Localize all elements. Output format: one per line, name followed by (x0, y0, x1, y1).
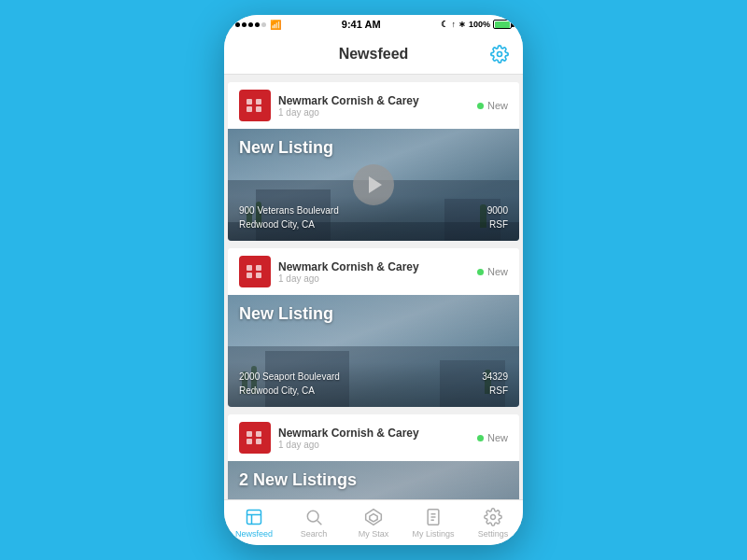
battery-percent: 100% (469, 20, 490, 29)
new-badge-1: New (477, 100, 508, 111)
card-2-overlay: New Listing 2000 Seaport Boulevard Redwo… (228, 295, 519, 407)
tab-settings-label: Settings (478, 529, 509, 539)
tab-newsfeed-label: Newsfeed (235, 529, 273, 539)
svg-point-4 (307, 511, 318, 522)
svg-marker-7 (370, 514, 377, 522)
new-dot-1 (477, 103, 484, 109)
card-3-header: Newmark Cornish & Carey 1 day ago New (228, 414, 519, 461)
company-logo-3 (239, 422, 271, 454)
tab-bar: Newsfeed Search My Stax (224, 499, 523, 545)
listing-title-3: 2 New Listings (239, 470, 508, 490)
company-logo-2 (239, 256, 271, 287)
feed-card-1[interactable]: Newmark Cornish & Carey 1 day ago New (228, 82, 519, 241)
tab-settings[interactable]: Settings (463, 500, 523, 545)
time-ago-2: 1 day ago (278, 273, 419, 284)
feed-card-2[interactable]: Newmark Cornish & Carey 1 day ago New Ne… (228, 248, 519, 407)
time-ago-1: 1 day ago (278, 107, 419, 118)
company-name-3: Newmark Cornish & Carey (278, 427, 419, 440)
listing-address-2: 2000 Seaport Boulevard Redwood City, CA (239, 370, 340, 398)
tab-search[interactable]: Search (284, 500, 344, 545)
tab-my-listings[interactable]: My Listings (403, 500, 463, 545)
battery-icon (493, 20, 512, 29)
signal-dots (235, 22, 266, 27)
feed-content: Newmark Cornish & Carey 1 day ago New (224, 75, 523, 499)
my-stax-icon (363, 507, 384, 527)
company-name-2: Newmark Cornish & Carey (278, 260, 419, 273)
time-ago-3: 1 day ago (278, 440, 419, 450)
card-3-overlay: 2 New Listings 1001 Marshall Street Redw… (228, 461, 519, 499)
status-right: ☾ ↑ ∗ 100% (441, 20, 512, 29)
card-3-image[interactable]: 2 New Listings 1001 Marshall Street Redw… (228, 461, 519, 499)
wifi-icon: 📶 (270, 20, 281, 30)
page-title: Newsfeed (339, 46, 409, 63)
newsfeed-icon (244, 507, 264, 527)
new-dot-2 (477, 269, 484, 275)
svg-point-0 (498, 51, 502, 56)
feed-card-3[interactable]: Newmark Cornish & Carey 1 day ago New 2 … (228, 414, 519, 499)
listing-address-1: 900 Veterans Boulevard Redwood City, CA (239, 203, 339, 231)
card-1-image[interactable]: New Listing 900 Veterans Boulevard Redwo… (228, 129, 519, 241)
svg-rect-1 (247, 511, 261, 525)
tab-search-label: Search (301, 529, 328, 539)
new-badge-3: New (477, 432, 508, 443)
moon-icon: ☾ (441, 20, 448, 29)
new-dot-3 (477, 435, 484, 441)
card-1-overlay: New Listing 900 Veterans Boulevard Redwo… (228, 129, 519, 241)
company-logo-1 (239, 90, 271, 121)
phone-frame: 📶 9:41 AM ☾ ↑ ∗ 100% Newsfeed (224, 15, 523, 545)
listing-size-2: 34329 RSF (482, 370, 508, 398)
my-listings-icon (423, 507, 444, 527)
svg-line-5 (317, 521, 322, 525)
svg-point-12 (491, 515, 496, 520)
new-badge-2: New (477, 266, 508, 277)
nav-header: Newsfeed (224, 34, 523, 75)
settings-button[interactable] (489, 44, 510, 64)
listing-title-1: New Listing (239, 138, 508, 158)
settings-tab-icon (483, 507, 503, 527)
card-2-image[interactable]: New Listing 2000 Seaport Boulevard Redwo… (228, 295, 519, 407)
company-name-1: Newmark Cornish & Carey (278, 94, 419, 107)
search-icon (303, 507, 324, 527)
tab-my-listings-label: My Listings (412, 529, 454, 539)
tab-newsfeed[interactable]: Newsfeed (224, 500, 284, 545)
status-left: 📶 (235, 20, 281, 30)
tab-my-stax[interactable]: My Stax (344, 500, 403, 545)
tab-my-stax-label: My Stax (359, 529, 389, 539)
bluetooth-icon: ∗ (458, 20, 466, 29)
listing-title-2: New Listing (239, 304, 508, 324)
listing-size-1: 9000 RSF (487, 203, 508, 231)
arrow-icon: ↑ (451, 20, 456, 29)
status-time: 9:41 AM (342, 19, 381, 30)
card-2-header: Newmark Cornish & Carey 1 day ago New (228, 248, 519, 295)
card-1-header: Newmark Cornish & Carey 1 day ago New (228, 82, 519, 129)
status-bar: 📶 9:41 AM ☾ ↑ ∗ 100% (224, 15, 523, 34)
